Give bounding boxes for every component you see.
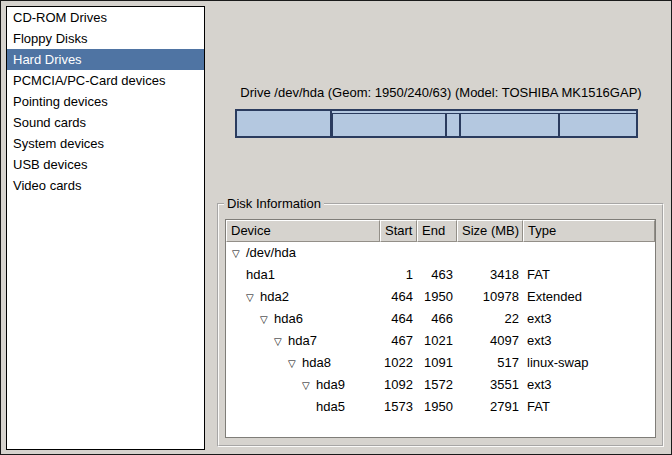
expander-icon[interactable]: ▽ xyxy=(302,375,316,396)
device-cell: hda5 xyxy=(226,396,380,418)
start-cell: 464 xyxy=(380,286,417,308)
column-header-type[interactable]: Type xyxy=(523,220,655,242)
size-cell: 3551 xyxy=(457,374,523,396)
device-cell: ▽hda9 xyxy=(226,374,380,396)
type-cell: linux-swap xyxy=(523,352,655,374)
table-header-row: DeviceStartEndSize (MB)Type xyxy=(226,220,655,242)
end-cell: 1572 xyxy=(417,374,457,396)
device-name: /dev/hda xyxy=(246,245,296,260)
end-cell: 466 xyxy=(417,308,457,330)
device-name: hda6 xyxy=(274,311,303,326)
sidebar-item-floppy-disks[interactable]: Floppy Disks xyxy=(7,28,204,49)
device-cell: ▽hda2 xyxy=(226,286,380,308)
type-cell: FAT xyxy=(523,264,655,286)
type-cell: ext3 xyxy=(523,330,655,352)
partition-segment-hda5 xyxy=(559,113,637,137)
start-cell: 1 xyxy=(380,264,417,286)
device-category-list: CD-ROM DrivesFloppy DisksHard DrivesPCMC… xyxy=(6,6,205,450)
column-header-end[interactable]: End xyxy=(417,220,457,242)
expander-icon[interactable]: ▽ xyxy=(288,353,302,374)
size-cell: 10978 xyxy=(457,286,523,308)
disk-information-table: DeviceStartEndSize (MB)Type ▽/dev/hdahda… xyxy=(225,219,656,438)
column-header-device[interactable]: Device xyxy=(226,220,380,242)
type-cell xyxy=(523,242,655,264)
hardware-browser-window: CD-ROM DrivesFloppy DisksHard DrivesPCMC… xyxy=(0,0,672,455)
start-cell: 464 xyxy=(380,308,417,330)
sidebar-item-pointing-devices[interactable]: Pointing devices xyxy=(7,91,204,112)
start-cell xyxy=(380,242,417,264)
device-name: hda1 xyxy=(246,267,275,282)
sidebar-item-sound-cards[interactable]: Sound cards xyxy=(7,112,204,133)
type-cell: FAT xyxy=(523,396,655,418)
end-cell: 1021 xyxy=(417,330,457,352)
table-row-hda5[interactable]: hda5157319502791FAT xyxy=(226,396,655,418)
drive-title: Drive /dev/hda (Geom: 1950/240/63) (Mode… xyxy=(217,85,665,100)
size-cell: 3418 xyxy=(457,264,523,286)
sidebar-item-pcmcia-pc-card-devices[interactable]: PCMCIA/PC-Card devices xyxy=(7,70,204,91)
size-cell: 517 xyxy=(457,352,523,374)
start-cell: 467 xyxy=(380,330,417,352)
start-cell: 1022 xyxy=(380,352,417,374)
device-name: hda7 xyxy=(288,333,317,348)
table-row-dev-hda[interactable]: ▽/dev/hda xyxy=(226,242,655,264)
type-cell: Extended xyxy=(523,286,655,308)
expander-icon[interactable]: ▽ xyxy=(274,331,288,352)
size-cell: 4097 xyxy=(457,330,523,352)
end-cell: 1950 xyxy=(417,286,457,308)
column-header-start[interactable]: Start xyxy=(380,220,417,242)
partition-segment-hda8 xyxy=(446,113,460,137)
device-name: hda5 xyxy=(316,399,345,414)
type-cell: ext3 xyxy=(523,374,655,396)
table-row-hda7[interactable]: ▽hda746710214097ext3 xyxy=(226,330,655,352)
start-cell: 1092 xyxy=(380,374,417,396)
disk-information-label: Disk Information xyxy=(224,196,324,211)
sidebar-item-hard-drives[interactable]: Hard Drives xyxy=(7,49,204,70)
device-name: hda8 xyxy=(302,355,331,370)
end-cell: 463 xyxy=(417,264,457,286)
partition-segment-hda1 xyxy=(236,110,331,137)
expander-icon[interactable]: ▽ xyxy=(232,243,246,264)
device-cell: ▽hda6 xyxy=(226,308,380,330)
sidebar-item-system-devices[interactable]: System devices xyxy=(7,133,204,154)
disk-information-frame: Disk Information DeviceStartEndSize (MB)… xyxy=(217,196,664,447)
table-body: ▽/dev/hdahda114633418FAT▽hda246419501097… xyxy=(226,242,655,418)
table-row-hda6[interactable]: ▽hda646446622ext3 xyxy=(226,308,655,330)
table-row-hda8[interactable]: ▽hda810221091517linux-swap xyxy=(226,352,655,374)
device-cell: hda1 xyxy=(226,264,380,286)
size-cell: 2791 xyxy=(457,396,523,418)
sidebar-item-video-cards[interactable]: Video cards xyxy=(7,175,204,196)
end-cell: 1091 xyxy=(417,352,457,374)
partition-bar xyxy=(235,109,638,138)
column-header-size-mb[interactable]: Size (MB) xyxy=(457,220,523,242)
end-cell: 1950 xyxy=(417,396,457,418)
partition-segment-hda9 xyxy=(460,113,559,137)
device-cell: ▽hda8 xyxy=(226,352,380,374)
device-cell: ▽hda7 xyxy=(226,330,380,352)
device-name: hda9 xyxy=(316,377,345,392)
table-row-hda9[interactable]: ▽hda9109215723551ext3 xyxy=(226,374,655,396)
expander-icon[interactable]: ▽ xyxy=(260,309,274,330)
sidebar-item-usb-devices[interactable]: USB devices xyxy=(7,154,204,175)
sidebar-item-cd-rom-drives[interactable]: CD-ROM Drives xyxy=(7,7,204,28)
size-cell xyxy=(457,242,523,264)
expander-icon[interactable]: ▽ xyxy=(246,287,260,308)
type-cell: ext3 xyxy=(523,308,655,330)
device-cell: ▽/dev/hda xyxy=(226,242,380,264)
size-cell: 22 xyxy=(457,308,523,330)
device-name: hda2 xyxy=(260,289,289,304)
end-cell xyxy=(417,242,457,264)
table-row-hda2[interactable]: ▽hda2464195010978Extended xyxy=(226,286,655,308)
partition-segment-hda7 xyxy=(332,113,446,137)
start-cell: 1573 xyxy=(380,396,417,418)
table-row-hda1[interactable]: hda114633418FAT xyxy=(226,264,655,286)
